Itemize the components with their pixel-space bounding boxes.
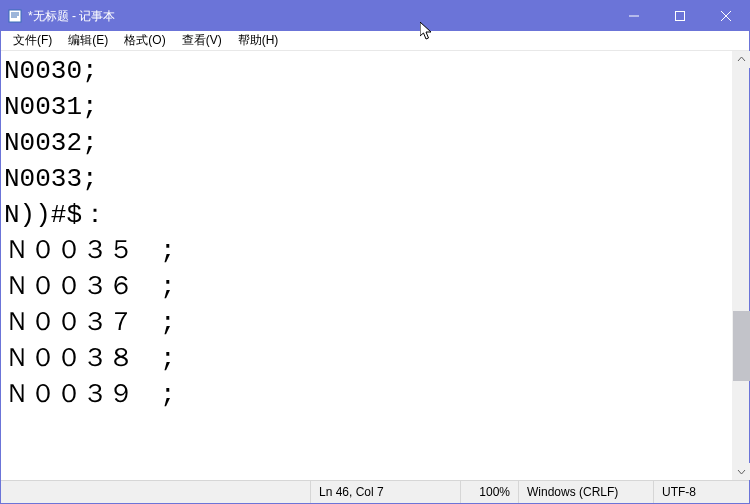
scroll-down-arrow-icon[interactable] (733, 463, 750, 480)
menubar: 文件(F) 编辑(E) 格式(O) 查看(V) 帮助(H) (1, 31, 749, 51)
text-editor[interactable]: N0030; N0031; N0032; N0033; N))#$： Ｎ００３５… (1, 51, 732, 480)
maximize-button[interactable] (657, 1, 703, 31)
svg-rect-5 (676, 12, 685, 21)
menu-file[interactable]: 文件(F) (5, 31, 60, 51)
statusbar: Ln 46, Col 7 100% Windows (CRLF) UTF-8 (1, 480, 749, 503)
menu-help[interactable]: 帮助(H) (230, 31, 287, 51)
menu-format[interactable]: 格式(O) (116, 31, 173, 51)
titlebar[interactable]: *无标题 - 记事本 (1, 1, 749, 31)
close-button[interactable] (703, 1, 749, 31)
vertical-scrollbar[interactable] (732, 51, 749, 480)
menu-view[interactable]: 查看(V) (174, 31, 230, 51)
menu-edit[interactable]: 编辑(E) (60, 31, 116, 51)
status-encoding: UTF-8 (653, 481, 749, 503)
scrollbar-thumb[interactable] (733, 311, 750, 381)
minimize-button[interactable] (611, 1, 657, 31)
status-eol: Windows (CRLF) (518, 481, 653, 503)
notepad-window: *无标题 - 记事本 文件(F) 编辑(E) 格式(O) 查看(V) 帮助(H)… (0, 0, 750, 504)
scroll-up-arrow-icon[interactable] (733, 51, 750, 68)
status-zoom: 100% (460, 481, 518, 503)
status-spacer (1, 481, 310, 503)
content-area: N0030; N0031; N0032; N0033; N))#$： Ｎ００３５… (1, 51, 749, 480)
app-icon (7, 8, 23, 24)
svg-rect-0 (9, 10, 21, 22)
status-lncol: Ln 46, Col 7 (310, 481, 460, 503)
window-title: *无标题 - 记事本 (28, 8, 115, 25)
